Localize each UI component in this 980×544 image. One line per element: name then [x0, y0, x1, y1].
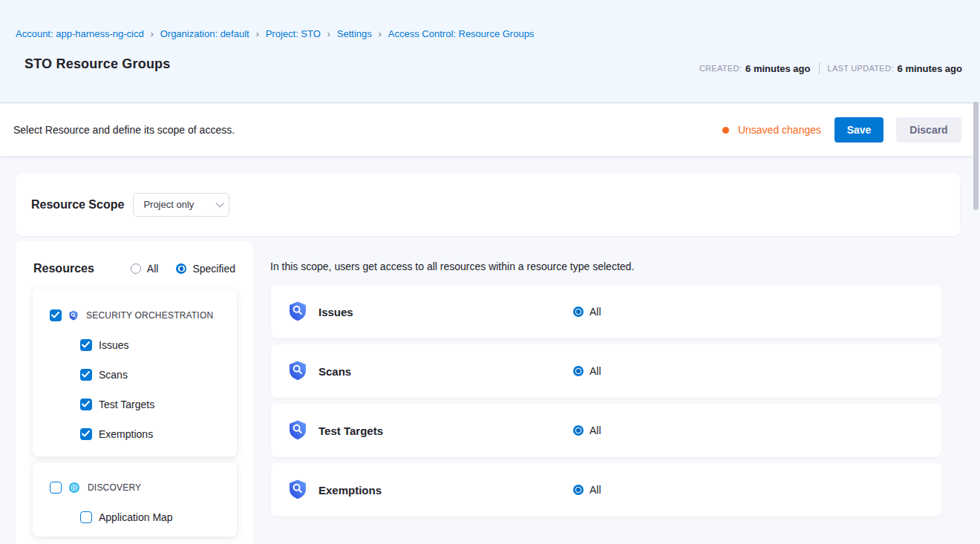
resource-row-scans: Scans All	[271, 344, 941, 398]
breadcrumb-resource-groups[interactable]: Access Control: Resource Groups	[388, 28, 535, 39]
resource-group-security-orchestration: SECURITY ORCHESTRATION Issues Scans Test…	[33, 289, 237, 456]
sto-shield-icon	[287, 479, 308, 501]
radio-on-icon[interactable]	[573, 307, 584, 317]
scope-description: In this scope, users get access to all r…	[270, 260, 634, 272]
child-label: Exemptions	[99, 428, 153, 440]
breadcrumb-account[interactable]: Account: app-harness-ng-cicd	[16, 28, 144, 39]
checkbox-application-map[interactable]	[80, 511, 92, 523]
last-updated-label: LAST UPDATED:	[828, 64, 894, 73]
created-value: 6 minutes ago	[745, 63, 810, 74]
checkbox-issues[interactable]	[80, 339, 92, 351]
resource-group-discovery: DISCOVERY Application Map	[33, 462, 237, 537]
resource-scope-value: Project only	[143, 199, 194, 210]
access-radio-label: All	[589, 365, 601, 377]
resource-row-test-targets: Test Targets All	[271, 404, 941, 457]
last-updated-value: 6 minutes ago	[898, 63, 962, 74]
resource-scope-title: Resource Scope	[31, 198, 124, 212]
child-label: Scans	[99, 369, 128, 381]
access-radio-all[interactable]: All	[573, 484, 601, 496]
radio-specified[interactable]: Specified	[176, 263, 235, 275]
chevron-down-icon	[216, 199, 224, 207]
resource-row-exemptions: Exemptions All	[271, 463, 941, 517]
breadcrumb-organization[interactable]: Organization: default	[160, 28, 249, 39]
checkbox-test-targets[interactable]	[80, 399, 92, 410]
discard-button[interactable]: Discard	[896, 117, 961, 142]
check-icon	[51, 312, 59, 318]
radio-specified-label: Specified	[192, 263, 235, 275]
created-label: CREATED:	[699, 64, 742, 73]
access-radio-all[interactable]: All	[573, 306, 601, 318]
check-icon	[82, 430, 90, 437]
page-header: Account: app-harness-ng-cicd › Organizat…	[0, 0, 980, 103]
access-radio-label: All	[589, 425, 601, 436]
timestamps: CREATED: 6 minutes ago LAST UPDATED: 6 m…	[699, 62, 962, 74]
vertical-scrollbar[interactable]	[973, 102, 979, 210]
unsaved-changes-label: Unsaved changes	[738, 124, 821, 136]
checkbox-security-orchestration[interactable]	[50, 309, 62, 321]
breadcrumb-settings[interactable]: Settings	[337, 28, 372, 39]
resources-panel: Resources All Specified	[16, 241, 253, 544]
row-label: Test Targets	[318, 425, 383, 437]
access-radio-label: All	[589, 306, 601, 318]
access-radio-all[interactable]: All	[573, 425, 601, 436]
group-label: SECURITY ORCHESTRATION	[86, 310, 213, 321]
page-title: STO Resource Groups	[24, 56, 171, 72]
save-button[interactable]: Save	[834, 117, 883, 142]
toolbar-description: Select Resource and define its scope of …	[13, 124, 235, 136]
row-label: Scans	[318, 365, 351, 378]
chevron-right-icon: ›	[379, 29, 382, 39]
breadcrumb: Account: app-harness-ng-cicd › Organizat…	[16, 28, 534, 39]
divider	[819, 62, 820, 74]
sto-shield-icon	[287, 419, 308, 442]
resource-scope-card: Resource Scope Project only	[16, 173, 960, 236]
child-label: Application Map	[99, 511, 173, 523]
sto-shield-icon	[287, 301, 308, 323]
sto-shield-icon	[287, 360, 308, 382]
check-icon	[82, 401, 90, 407]
check-icon	[82, 371, 90, 378]
checkbox-scans[interactable]	[80, 369, 92, 381]
radio-on-icon[interactable]	[573, 425, 584, 436]
radio-specified-icon[interactable]	[176, 263, 186, 274]
radio-all-label: All	[147, 263, 159, 275]
resources-title: Resources	[33, 262, 94, 275]
child-label: Test Targets	[99, 399, 154, 410]
chevron-right-icon: ›	[256, 29, 259, 39]
breadcrumb-project[interactable]: Project: STO	[266, 28, 321, 39]
unsaved-dot-icon	[722, 127, 729, 134]
radio-all[interactable]: All	[131, 263, 159, 275]
radio-on-icon[interactable]	[573, 485, 584, 495]
chevron-right-icon: ›	[151, 29, 154, 39]
resource-scope-dropdown[interactable]: Project only	[133, 193, 229, 217]
access-radio-label: All	[589, 484, 601, 496]
chevron-right-icon: ›	[327, 29, 330, 39]
resource-row-issues: Issues All	[271, 285, 941, 338]
radio-on-icon[interactable]	[573, 366, 584, 376]
sto-shield-icon	[68, 310, 79, 321]
checkbox-discovery[interactable]	[50, 482, 62, 494]
discovery-radar-icon	[68, 482, 80, 494]
checkbox-exemptions[interactable]	[80, 428, 92, 440]
row-label: Issues	[318, 306, 353, 318]
radio-all-icon[interactable]	[131, 263, 141, 274]
check-icon	[82, 341, 90, 348]
unsaved-changes-status: Unsaved changes	[722, 124, 821, 136]
child-label: Issues	[99, 339, 128, 351]
action-toolbar: Select Resource and define its scope of …	[0, 104, 975, 156]
access-radio-all[interactable]: All	[573, 365, 601, 377]
row-label: Exemptions	[318, 484, 382, 497]
group-label: DISCOVERY	[88, 482, 141, 493]
